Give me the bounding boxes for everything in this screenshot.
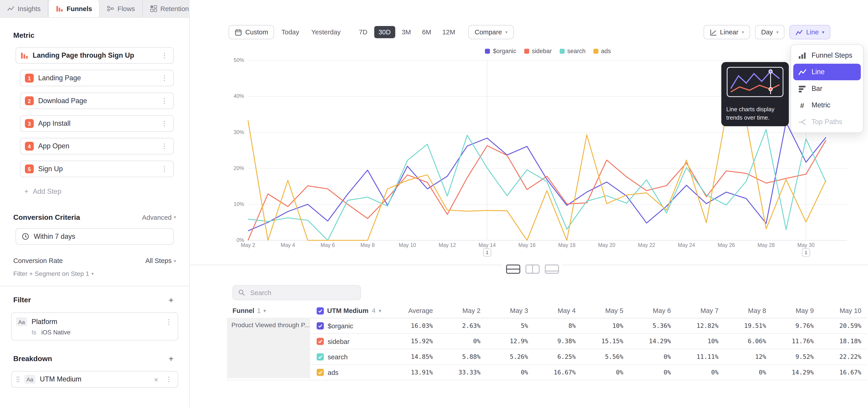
remove-breakdown-icon[interactable]: × <box>152 375 160 383</box>
conversion-window-label: Within 7 days <box>34 233 75 240</box>
funnel-step-3[interactable]: 3 App Install ⋮ <box>20 115 174 132</box>
range-3m-button[interactable]: 3M <box>397 26 415 38</box>
range-6m-button[interactable]: 6M <box>417 26 436 38</box>
custom-date-button[interactable]: Custom <box>228 25 274 39</box>
cell-value: 6.25% <box>534 353 581 361</box>
menu-item-metric[interactable]: # Metric <box>793 97 861 114</box>
yesterday-button[interactable]: Yesterday <box>306 25 346 39</box>
cell-value: 0% <box>629 353 677 361</box>
funnel-step-1[interactable]: 1 Landing Page ⋮ <box>20 70 174 86</box>
conversion-window-row[interactable]: Within 7 days <box>16 228 174 245</box>
table-row: search14.85%5.88%5.26%6.25%5.56%0%11.11%… <box>227 349 867 365</box>
table-row: $organic16.03%2.63%5%8%10%5.36%12.82%19.… <box>227 318 867 334</box>
search-input[interactable] <box>249 288 355 297</box>
search-icon <box>238 289 245 296</box>
kebab-menu-icon[interactable]: ⋮ <box>160 97 169 105</box>
series-checkbox[interactable] <box>317 338 324 345</box>
filter-operator[interactable]: Is <box>32 329 36 336</box>
filter-segment-toggle[interactable]: Filter + Segment on Step 1 ▾ <box>13 270 176 277</box>
funnel-group-cell[interactable]: Product Viewed through P... <box>227 318 310 378</box>
layout-split-horizontal-icon[interactable] <box>506 264 520 274</box>
series-row-toggle[interactable]: sidebar <box>310 338 388 345</box>
table-funnel-header[interactable]: Funnel 1 ▾ <box>227 307 310 315</box>
series-line-ads[interactable] <box>248 115 826 240</box>
add-filter-button[interactable]: + <box>166 295 176 305</box>
menu-item-label: Funnel Steps <box>811 52 852 59</box>
kebab-menu-icon[interactable]: ⋮ <box>160 165 169 173</box>
funnel-step-2[interactable]: 2 Download Page ⋮ <box>20 92 174 109</box>
chart-type-dropdown[interactable]: Line ▾ <box>789 25 830 39</box>
series-checkbox[interactable] <box>317 353 324 361</box>
kebab-menu-icon[interactable]: ⋮ <box>160 74 169 82</box>
funnel-step-5[interactable]: 5 Sign Up ⋮ <box>20 160 174 177</box>
retention-icon <box>150 5 157 12</box>
tab-funnels[interactable]: Funnels <box>49 0 100 17</box>
filter-platform-card[interactable]: Aa Platform ⋮ Is iOS Native <box>11 312 178 341</box>
kebab-menu-icon[interactable]: ⋮ <box>160 120 169 127</box>
filter-property-name: Platform <box>32 318 160 325</box>
table-breakdown-header[interactable]: UTM Medium 4 ▾ <box>310 307 388 315</box>
breakdown-utm-card[interactable]: Aa UTM Medium × ⋮ <box>11 371 178 387</box>
compare-label: Compare <box>475 28 502 36</box>
funnel-metric-card[interactable]: Landing Page through Sign Up ⋮ <box>16 47 174 64</box>
menu-item-line[interactable]: Line <box>793 64 861 80</box>
cell-value: 5.88% <box>438 353 486 361</box>
cell-value: 12.82% <box>677 322 724 330</box>
add-step-button[interactable]: + Add Step <box>20 183 174 200</box>
tab-retention[interactable]: Retention <box>143 0 196 17</box>
all-steps-label: All Steps <box>145 257 172 264</box>
kebab-menu-icon[interactable]: ⋮ <box>160 52 169 59</box>
breakdown-heading: Breakdown <box>13 354 52 363</box>
advanced-dropdown[interactable]: Advanced ▾ <box>142 214 176 221</box>
layout-split-vertical-icon[interactable] <box>525 264 540 274</box>
kebab-menu-icon[interactable]: ⋮ <box>164 375 173 383</box>
cell-value: 15.15% <box>581 338 629 345</box>
series-row-toggle[interactable]: $organic <box>310 322 388 330</box>
range-7d-button[interactable]: 7D <box>354 26 372 38</box>
svg-text:50%: 50% <box>234 57 244 63</box>
funnel-step-4[interactable]: 4 App Open ⋮ <box>20 138 174 154</box>
checkbox-checked-icon[interactable] <box>317 307 324 314</box>
table-date-header: May 7 <box>677 307 724 315</box>
app-window: Insights Funnels Flows Retention Metric … <box>0 0 868 407</box>
line-chart-tooltip: Line charts display trends over time. <box>721 62 789 126</box>
range-12m-button[interactable]: 12M <box>438 26 460 38</box>
step-label: App Install <box>38 120 156 127</box>
series-line-search[interactable] <box>248 130 826 240</box>
svg-text:May 26: May 26 <box>718 242 735 248</box>
filter-value[interactable]: iOS Native <box>41 329 70 336</box>
day-granularity-dropdown[interactable]: Day ▾ <box>755 25 784 39</box>
tab-flows[interactable]: Flows <box>100 0 143 17</box>
drag-handle-icon[interactable] <box>16 376 20 383</box>
cell-value: 8% <box>534 322 581 330</box>
cell-value: 18.18% <box>819 338 867 345</box>
conversion-criteria-heading: Conversion Criteria <box>13 213 80 222</box>
chevron-down-icon: ▾ <box>174 215 176 220</box>
range-30d-button[interactable]: 30D <box>374 26 395 38</box>
menu-item-top-paths: Top Paths <box>793 114 861 130</box>
today-button[interactable]: Today <box>276 25 304 39</box>
tab-insights[interactable]: Insights <box>0 0 49 17</box>
series-checkbox[interactable] <box>317 322 324 330</box>
svg-text:30%: 30% <box>234 129 244 135</box>
step-label: Landing Page <box>38 74 156 82</box>
linear-scale-dropdown[interactable]: Linear ▾ <box>704 25 750 39</box>
compare-button[interactable]: Compare ▾ <box>469 25 514 39</box>
layout-chart-only-icon[interactable] <box>545 264 559 274</box>
tab-label: Insights <box>18 5 40 12</box>
kebab-menu-icon[interactable]: ⋮ <box>164 318 173 325</box>
add-breakdown-button[interactable]: + <box>166 354 176 363</box>
series-checkbox[interactable] <box>317 369 324 376</box>
kebab-menu-icon[interactable]: ⋮ <box>160 142 169 150</box>
cell-value: 5% <box>486 322 534 330</box>
series-row-toggle[interactable]: ads <box>310 369 388 376</box>
menu-item-bar[interactable]: Bar <box>793 80 861 97</box>
cell-value: 12% <box>724 353 772 361</box>
table-date-header: May 6 <box>629 307 677 315</box>
menu-item-funnel-steps[interactable]: Funnel Steps <box>793 47 861 64</box>
table-search[interactable] <box>232 285 361 300</box>
series-name: search <box>328 353 348 361</box>
series-row-toggle[interactable]: search <box>310 353 388 361</box>
svg-text:May 24: May 24 <box>678 242 695 248</box>
all-steps-dropdown[interactable]: All Steps ▾ <box>145 257 176 264</box>
